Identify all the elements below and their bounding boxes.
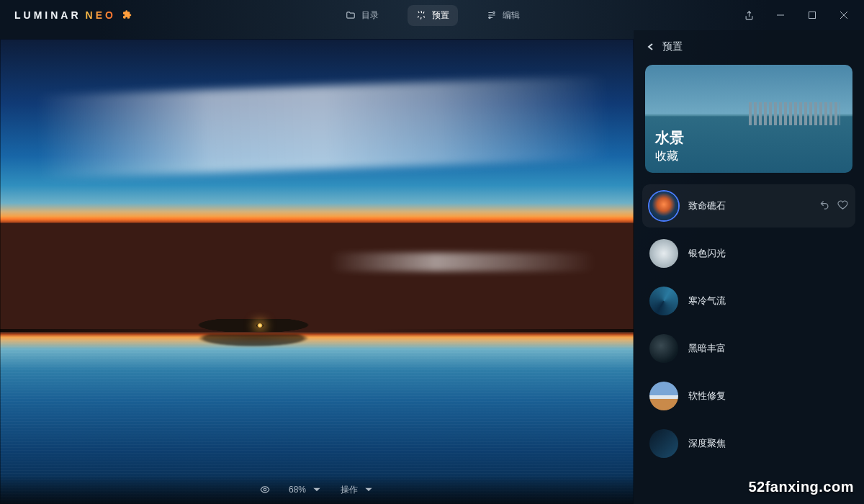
zoom-control[interactable]: 68% — [289, 485, 322, 495]
preset-label: 黑暗丰富 — [688, 342, 848, 355]
tab-edit-label: 编辑 — [503, 9, 520, 22]
canvas-bottom-bar: 68% 操作 — [0, 475, 634, 504]
preset-item[interactable]: 寒冷气流 — [642, 279, 855, 323]
preset-label: 寒冷气流 — [688, 294, 848, 307]
preset-thumbnail — [649, 382, 678, 410]
preset-label: 深度聚焦 — [688, 437, 848, 450]
photo-preview — [0, 39, 634, 504]
logo-luminar-text: LUMINAR — [14, 9, 81, 21]
sidebar-back[interactable]: 预置 — [634, 30, 864, 63]
preset-thumbnail — [649, 429, 678, 458]
svg-point-3 — [264, 488, 266, 491]
preset-label: 致命礁石 — [688, 199, 809, 212]
collection-title: 水景 — [655, 128, 684, 148]
actions-label: 操作 — [341, 484, 358, 496]
tab-catalog[interactable]: 目录 — [337, 5, 387, 26]
preset-actions — [819, 199, 848, 213]
mode-tabs: 目录 预置 编辑 — [133, 5, 733, 26]
minimize-button[interactable] — [765, 0, 796, 30]
preset-item[interactable]: 银色闪光 — [642, 232, 855, 275]
tab-edit[interactable]: 编辑 — [478, 5, 528, 26]
collection-card[interactable]: 水景 收藏 — [645, 65, 852, 173]
undo-icon[interactable] — [819, 199, 830, 213]
preset-item[interactable]: 黑暗丰富 — [642, 327, 855, 370]
watermark: 52fanxing.com — [748, 479, 854, 495]
title-bar: LUMINAR NEO 目录 预置 编辑 — [0, 0, 864, 30]
window-controls — [733, 0, 860, 30]
close-button[interactable] — [828, 0, 860, 30]
maximize-button[interactable] — [796, 0, 828, 30]
preset-item[interactable]: 致命礁石 — [642, 184, 855, 228]
preset-label: 银色闪光 — [688, 247, 848, 260]
preset-list: 致命礁石银色闪光寒冷气流黑暗丰富软性修复深度聚焦 — [634, 184, 864, 504]
tab-catalog-label: 目录 — [361, 9, 379, 22]
svg-rect-2 — [809, 12, 816, 19]
actions-menu[interactable]: 操作 — [341, 484, 374, 496]
preset-label: 软性修复 — [688, 390, 848, 402]
preset-thumbnail — [649, 239, 678, 268]
tab-presets-label: 预置 — [432, 9, 449, 22]
preset-thumbnail — [649, 334, 678, 363]
app-logo: LUMINAR NEO — [4, 9, 133, 21]
preset-item[interactable]: 深度聚焦 — [642, 422, 855, 465]
svg-point-0 — [493, 12, 495, 13]
compare-toggle[interactable] — [260, 485, 270, 495]
share-button[interactable] — [733, 0, 765, 30]
main-area: 68% 操作 预置 水景 收藏 致命礁石银色闪光寒冷气流黑暗丰富软性修复深度聚焦 — [0, 30, 864, 504]
sidebar: 预置 水景 收藏 致命礁石银色闪光寒冷气流黑暗丰富软性修复深度聚焦 — [634, 30, 864, 504]
logo-neo-text: NEO — [86, 9, 116, 21]
photo-canvas[interactable] — [0, 39, 634, 504]
heart-icon[interactable] — [837, 199, 848, 213]
collection-subtitle: 收藏 — [655, 149, 684, 164]
tab-presets[interactable]: 预置 — [408, 5, 458, 26]
zoom-value: 68% — [289, 485, 306, 495]
preset-thumbnail — [649, 287, 678, 315]
canvas-column: 68% 操作 — [0, 30, 634, 504]
preset-thumbnail — [649, 192, 678, 220]
sidebar-back-label: 预置 — [662, 40, 683, 53]
plugin-icon[interactable] — [122, 9, 133, 21]
preset-item[interactable]: 软性修复 — [642, 374, 855, 418]
